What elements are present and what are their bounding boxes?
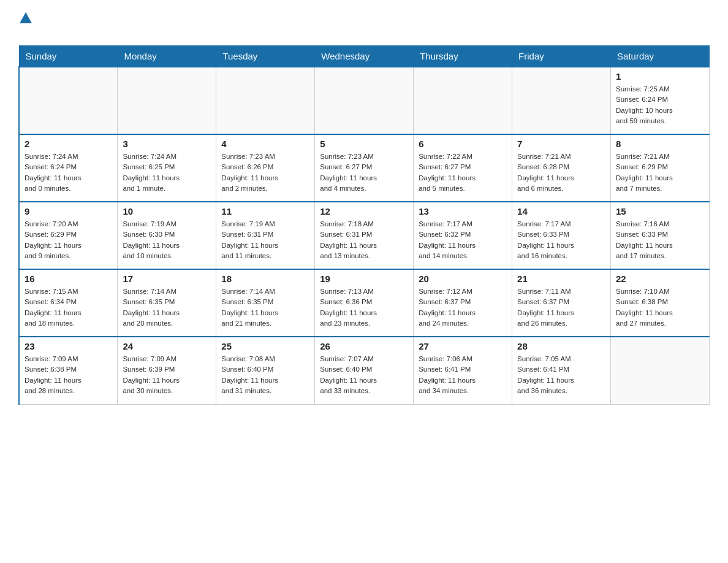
day-info: Sunrise: 7:17 AM Sunset: 6:33 PM Dayligh… xyxy=(517,219,605,261)
day-number: 13 xyxy=(419,206,507,216)
week-row-4: 16Sunrise: 7:15 AM Sunset: 6:34 PM Dayli… xyxy=(19,269,710,337)
calendar-cell: 24Sunrise: 7:09 AM Sunset: 6:39 PM Dayli… xyxy=(118,337,216,404)
calendar-cell: 5Sunrise: 7:23 AM Sunset: 6:27 PM Daylig… xyxy=(315,134,414,202)
calendar-cell: 4Sunrise: 7:23 AM Sunset: 6:26 PM Daylig… xyxy=(216,134,315,202)
weekday-header-tuesday: Tuesday xyxy=(216,46,315,67)
calendar-cell: 19Sunrise: 7:13 AM Sunset: 6:36 PM Dayli… xyxy=(315,269,414,337)
day-info: Sunrise: 7:12 AM Sunset: 6:37 PM Dayligh… xyxy=(419,286,507,329)
weekday-header-saturday: Saturday xyxy=(611,46,710,67)
day-info: Sunrise: 7:23 AM Sunset: 6:26 PM Dayligh… xyxy=(221,151,309,194)
day-number: 8 xyxy=(616,139,704,149)
calendar-header-row: SundayMondayTuesdayWednesdayThursdayFrid… xyxy=(19,46,710,67)
calendar-cell: 7Sunrise: 7:21 AM Sunset: 6:28 PM Daylig… xyxy=(512,134,611,202)
day-info: Sunrise: 7:18 AM Sunset: 6:31 PM Dayligh… xyxy=(320,219,408,261)
calendar-cell: 26Sunrise: 7:07 AM Sunset: 6:40 PM Dayli… xyxy=(315,337,414,404)
day-number: 28 xyxy=(517,341,605,351)
day-number: 5 xyxy=(320,139,408,149)
day-number: 15 xyxy=(616,206,704,216)
day-number: 1 xyxy=(616,71,704,82)
day-info: Sunrise: 7:19 AM Sunset: 6:30 PM Dayligh… xyxy=(123,219,211,261)
day-info: Sunrise: 7:24 AM Sunset: 6:25 PM Dayligh… xyxy=(123,151,211,194)
logo xyxy=(18,12,32,39)
calendar-cell: 3Sunrise: 7:24 AM Sunset: 6:25 PM Daylig… xyxy=(118,134,216,202)
day-info: Sunrise: 7:14 AM Sunset: 6:35 PM Dayligh… xyxy=(123,286,211,329)
calendar-cell: 14Sunrise: 7:17 AM Sunset: 6:33 PM Dayli… xyxy=(512,202,611,269)
calendar-cell xyxy=(414,67,512,134)
day-info: Sunrise: 7:16 AM Sunset: 6:33 PM Dayligh… xyxy=(616,219,704,261)
day-number: 11 xyxy=(221,206,309,216)
day-number: 10 xyxy=(123,206,211,216)
calendar-cell: 11Sunrise: 7:19 AM Sunset: 6:31 PM Dayli… xyxy=(216,202,315,269)
day-info: Sunrise: 7:06 AM Sunset: 6:41 PM Dayligh… xyxy=(419,354,507,396)
week-row-1: 1Sunrise: 7:25 AM Sunset: 6:24 PM Daylig… xyxy=(19,67,710,134)
day-info: Sunrise: 7:23 AM Sunset: 6:27 PM Dayligh… xyxy=(320,151,408,194)
day-info: Sunrise: 7:09 AM Sunset: 6:38 PM Dayligh… xyxy=(25,354,112,396)
day-info: Sunrise: 7:19 AM Sunset: 6:31 PM Dayligh… xyxy=(221,219,309,261)
calendar-cell: 21Sunrise: 7:11 AM Sunset: 6:37 PM Dayli… xyxy=(512,269,611,337)
calendar-cell: 13Sunrise: 7:17 AM Sunset: 6:32 PM Dayli… xyxy=(414,202,512,269)
calendar-cell: 27Sunrise: 7:06 AM Sunset: 6:41 PM Dayli… xyxy=(414,337,512,404)
week-row-5: 23Sunrise: 7:09 AM Sunset: 6:38 PM Dayli… xyxy=(19,337,710,404)
weekday-header-friday: Friday xyxy=(512,46,611,67)
day-info: Sunrise: 7:09 AM Sunset: 6:39 PM Dayligh… xyxy=(123,354,211,396)
day-number: 14 xyxy=(517,206,605,216)
day-info: Sunrise: 7:13 AM Sunset: 6:36 PM Dayligh… xyxy=(320,286,408,329)
calendar-cell: 16Sunrise: 7:15 AM Sunset: 6:34 PM Dayli… xyxy=(19,269,118,337)
day-info: Sunrise: 7:10 AM Sunset: 6:38 PM Dayligh… xyxy=(616,286,704,329)
day-number: 23 xyxy=(25,341,112,351)
calendar-cell: 23Sunrise: 7:09 AM Sunset: 6:38 PM Dayli… xyxy=(19,337,118,404)
calendar-cell: 25Sunrise: 7:08 AM Sunset: 6:40 PM Dayli… xyxy=(216,337,315,404)
calendar-cell xyxy=(315,67,414,134)
logo-triangle-icon xyxy=(20,12,32,23)
day-number: 25 xyxy=(221,341,309,351)
day-number: 20 xyxy=(419,274,507,284)
day-number: 18 xyxy=(221,274,309,284)
day-number: 6 xyxy=(419,139,507,149)
day-number: 12 xyxy=(320,206,408,216)
day-number: 16 xyxy=(25,274,112,284)
calendar-cell: 22Sunrise: 7:10 AM Sunset: 6:38 PM Dayli… xyxy=(611,269,710,337)
calendar-cell: 10Sunrise: 7:19 AM Sunset: 6:30 PM Dayli… xyxy=(118,202,216,269)
calendar-cell: 1Sunrise: 7:25 AM Sunset: 6:24 PM Daylig… xyxy=(611,67,710,134)
weekday-header-thursday: Thursday xyxy=(414,46,512,67)
day-info: Sunrise: 7:21 AM Sunset: 6:29 PM Dayligh… xyxy=(616,151,704,194)
day-number: 17 xyxy=(123,274,211,284)
day-number: 7 xyxy=(517,139,605,149)
calendar-cell: 6Sunrise: 7:22 AM Sunset: 6:27 PM Daylig… xyxy=(414,134,512,202)
day-number: 19 xyxy=(320,274,408,284)
calendar-cell: 18Sunrise: 7:14 AM Sunset: 6:35 PM Dayli… xyxy=(216,269,315,337)
calendar-cell: 28Sunrise: 7:05 AM Sunset: 6:41 PM Dayli… xyxy=(512,337,611,404)
day-info: Sunrise: 7:05 AM Sunset: 6:41 PM Dayligh… xyxy=(517,354,605,396)
calendar-cell xyxy=(216,67,315,134)
day-info: Sunrise: 7:25 AM Sunset: 6:24 PM Dayligh… xyxy=(616,84,704,126)
day-number: 26 xyxy=(320,341,408,351)
calendar-table: SundayMondayTuesdayWednesdayThursdayFrid… xyxy=(18,45,710,405)
calendar-cell: 17Sunrise: 7:14 AM Sunset: 6:35 PM Dayli… xyxy=(118,269,216,337)
calendar-cell: 2Sunrise: 7:24 AM Sunset: 6:24 PM Daylig… xyxy=(19,134,118,202)
calendar-cell xyxy=(118,67,216,134)
page-header xyxy=(18,12,710,39)
calendar-cell: 12Sunrise: 7:18 AM Sunset: 6:31 PM Dayli… xyxy=(315,202,414,269)
day-number: 27 xyxy=(419,341,507,351)
day-info: Sunrise: 7:14 AM Sunset: 6:35 PM Dayligh… xyxy=(221,286,309,329)
day-info: Sunrise: 7:20 AM Sunset: 6:29 PM Dayligh… xyxy=(25,219,112,261)
day-info: Sunrise: 7:17 AM Sunset: 6:32 PM Dayligh… xyxy=(419,219,507,261)
day-info: Sunrise: 7:08 AM Sunset: 6:40 PM Dayligh… xyxy=(221,354,309,396)
weekday-header-sunday: Sunday xyxy=(19,46,118,67)
day-number: 9 xyxy=(25,206,112,216)
day-info: Sunrise: 7:07 AM Sunset: 6:40 PM Dayligh… xyxy=(320,354,408,396)
day-info: Sunrise: 7:22 AM Sunset: 6:27 PM Dayligh… xyxy=(419,151,507,194)
week-row-3: 9Sunrise: 7:20 AM Sunset: 6:29 PM Daylig… xyxy=(19,202,710,269)
calendar-cell: 20Sunrise: 7:12 AM Sunset: 6:37 PM Dayli… xyxy=(414,269,512,337)
calendar-cell: 9Sunrise: 7:20 AM Sunset: 6:29 PM Daylig… xyxy=(19,202,118,269)
calendar-cell xyxy=(611,337,710,404)
day-number: 22 xyxy=(616,274,704,284)
weekday-header-monday: Monday xyxy=(118,46,216,67)
week-row-2: 2Sunrise: 7:24 AM Sunset: 6:24 PM Daylig… xyxy=(19,134,710,202)
calendar-cell xyxy=(19,67,118,134)
day-number: 3 xyxy=(123,139,211,149)
day-info: Sunrise: 7:15 AM Sunset: 6:34 PM Dayligh… xyxy=(25,286,112,329)
day-number: 4 xyxy=(221,139,309,149)
calendar-cell: 8Sunrise: 7:21 AM Sunset: 6:29 PM Daylig… xyxy=(611,134,710,202)
day-number: 24 xyxy=(123,341,211,351)
